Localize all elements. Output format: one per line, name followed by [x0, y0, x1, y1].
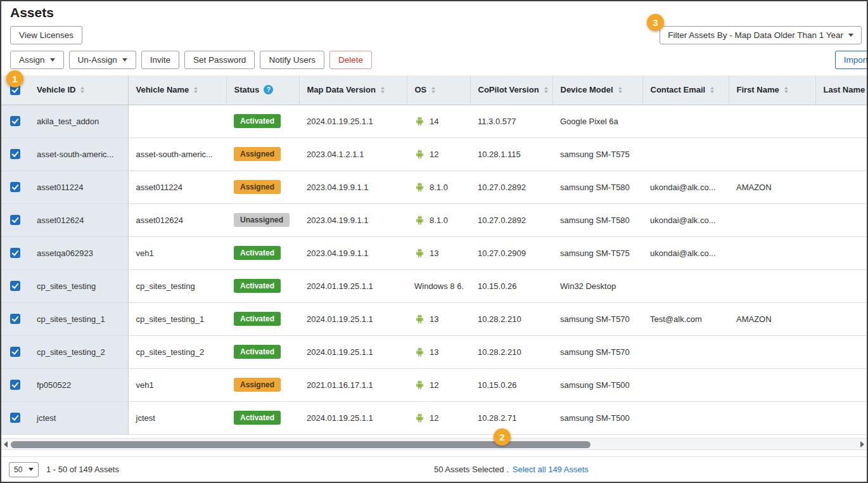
- status-badge: Activated: [234, 411, 281, 425]
- cell-last-name: [815, 269, 867, 302]
- sort-icon: [784, 87, 788, 93]
- cell-last-name: [815, 171, 867, 203]
- os-version: 12: [430, 380, 438, 390]
- table-row: asset012624 asset012624 Unassigned 2023.…: [1, 203, 867, 236]
- cell-copilot-version: 10.27.0.2909: [470, 236, 552, 269]
- col-status[interactable]: Status?: [226, 75, 299, 105]
- cell-map-data-version: 2024.01.19.25.1.1: [299, 335, 407, 368]
- col-contact-email[interactable]: Contact Email: [642, 75, 729, 105]
- cell-vehicle-id: akila_test_addon: [29, 105, 128, 138]
- col-map-data-version[interactable]: Map Data Version: [299, 75, 407, 105]
- view-licenses-button[interactable]: View Licenses: [10, 26, 82, 44]
- cell-first-name: [729, 368, 815, 401]
- cell-contact-email: [642, 368, 729, 401]
- chevron-down-icon: [50, 58, 55, 61]
- cell-first-name: [729, 236, 815, 269]
- cell-status: Activated: [226, 335, 299, 368]
- row-checkbox[interactable]: [10, 215, 20, 225]
- table-row: assetqa062923 veh1 Activated 2023.04.19.…: [1, 236, 867, 269]
- cell-last-name: [815, 401, 867, 434]
- notify-users-button[interactable]: Notify Users: [260, 51, 324, 69]
- import-button[interactable]: Import: [835, 51, 867, 69]
- filter-assets-button[interactable]: Filter Assets By - Map Data Older Than 1…: [660, 26, 862, 44]
- row-select-cell: [1, 302, 29, 335]
- android-icon: [414, 314, 425, 325]
- row-checkbox[interactable]: [10, 380, 20, 390]
- cell-vehicle-name: veh1: [128, 236, 226, 269]
- os-version: Windows 8 6.: [414, 281, 464, 291]
- row-checkbox[interactable]: [10, 149, 20, 159]
- row-checkbox[interactable]: [10, 413, 20, 423]
- scroll-right-arrow-icon[interactable]: [860, 441, 864, 448]
- cell-vehicle-id: cp_sites_testing: [29, 269, 128, 302]
- os-version: 13: [430, 248, 438, 258]
- table-row: asset-south-americ... asset-south-americ…: [1, 138, 867, 171]
- col-device-model[interactable]: Device Model: [552, 75, 642, 105]
- cell-contact-email: [642, 269, 729, 302]
- col-copilot-version[interactable]: CoPilot Version: [470, 75, 552, 105]
- col-first-name[interactable]: First Name: [729, 75, 815, 105]
- status-badge: Assigned: [234, 147, 281, 161]
- cell-status: Assigned: [226, 368, 299, 401]
- cell-status: Activated: [226, 401, 299, 434]
- android-icon: [414, 149, 425, 160]
- cell-status: Unassigned: [226, 203, 299, 236]
- selection-info: 50 Assets Selected . Select all 149 Asse…: [434, 465, 589, 474]
- unassign-button[interactable]: Un-Assign: [69, 51, 136, 69]
- cell-vehicle-id: jctest: [29, 401, 128, 434]
- cell-vehicle-name: cp_sites_testing: [128, 269, 226, 302]
- cell-vehicle-name: jctest: [128, 401, 226, 434]
- col-os[interactable]: OS: [407, 75, 470, 105]
- table-header-row: Vehicle ID Vehicle Name Status? Map Data…: [1, 75, 867, 105]
- cell-last-name: [815, 302, 867, 335]
- cell-device-model: samsung SM-T570: [552, 335, 642, 368]
- row-checkbox[interactable]: [10, 182, 20, 192]
- cell-first-name: [729, 335, 815, 368]
- assign-button[interactable]: Assign: [10, 51, 64, 69]
- cell-os: 8.1.0: [407, 171, 470, 203]
- select-all-link[interactable]: Select all 149 Assets: [513, 465, 589, 474]
- cell-map-data-version: 2021.01.16.17.1.1: [299, 368, 407, 401]
- table-row: asset011224 asset011224 Assigned 2023.04…: [1, 171, 867, 203]
- cell-device-model: samsung SM-T575: [552, 138, 642, 171]
- android-icon: [414, 413, 425, 423]
- col-vehicle-name[interactable]: Vehicle Name: [128, 75, 226, 105]
- row-select-cell: [1, 335, 29, 368]
- row-checkbox[interactable]: [10, 281, 20, 291]
- scroll-left-arrow-icon[interactable]: [4, 441, 8, 448]
- cell-os: 12: [407, 368, 470, 401]
- col-label: OS: [415, 85, 427, 94]
- row-checkbox[interactable]: [10, 116, 20, 126]
- os-version: 13: [430, 347, 438, 357]
- row-checkbox[interactable]: [10, 314, 20, 324]
- sort-icon: [618, 87, 622, 93]
- col-last-name[interactable]: Last Name: [815, 75, 867, 105]
- row-checkbox[interactable]: [10, 347, 20, 357]
- cell-device-model: Google Pixel 6a: [552, 105, 642, 138]
- table-row: cp_sites_testing_2 cp_sites_testing_2 Ac…: [1, 335, 867, 368]
- cell-os: 12: [407, 138, 470, 171]
- help-icon[interactable]: ?: [264, 85, 273, 94]
- horizontal-scrollbar[interactable]: [1, 438, 867, 450]
- delete-button[interactable]: Delete: [329, 51, 372, 69]
- sort-icon: [710, 87, 714, 93]
- cell-device-model: samsung SM-T575: [552, 236, 642, 269]
- cell-device-model: samsung SM-T580: [552, 203, 642, 236]
- page-size-select[interactable]: 50: [9, 462, 39, 477]
- cell-status: Assigned: [226, 138, 299, 171]
- cell-vehicle-id: asset012624: [29, 203, 128, 236]
- row-select-cell: [1, 171, 29, 203]
- col-label: Vehicle Name: [136, 85, 189, 94]
- cell-os: 13: [407, 302, 470, 335]
- row-select-cell: [1, 236, 29, 269]
- row-checkbox[interactable]: [10, 248, 20, 258]
- cell-vehicle-id: assetqa062923: [29, 236, 128, 269]
- cell-device-model: samsung SM-T570: [552, 302, 642, 335]
- assign-label: Assign: [19, 55, 45, 65]
- col-vehicle-id[interactable]: Vehicle ID: [29, 75, 128, 105]
- set-password-button[interactable]: Set Password: [184, 51, 255, 69]
- invite-button[interactable]: Invite: [141, 51, 179, 69]
- filter-assets-label: Filter Assets By - Map Data Older Than 1…: [668, 30, 843, 40]
- callout-step-3: 3: [647, 14, 664, 31]
- cell-last-name: [815, 203, 867, 236]
